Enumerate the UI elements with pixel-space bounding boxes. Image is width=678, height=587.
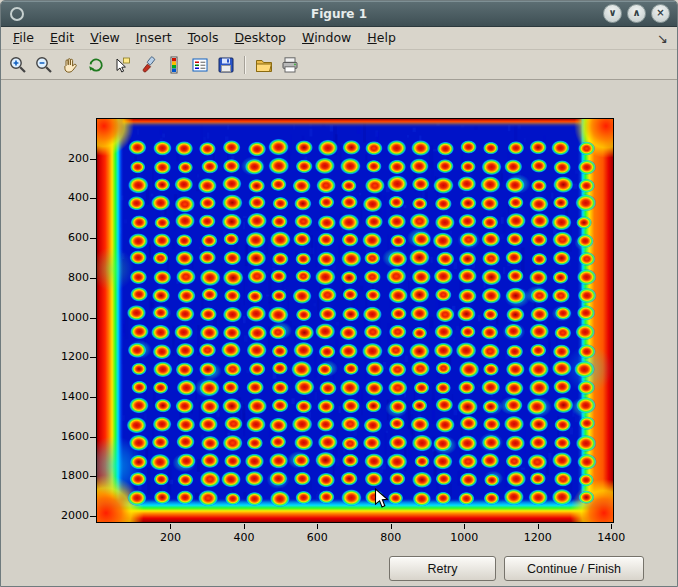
menu-tools[interactable]: Tools (180, 28, 227, 48)
y-tick-label: 800 (41, 271, 89, 284)
zoom-in-icon (8, 55, 28, 75)
print-button[interactable] (278, 53, 302, 77)
menubar: File Edit View Insert Tools Desktop Wind… (1, 27, 677, 50)
y-tick-mark (90, 278, 96, 279)
figure-window: Figure 1 ∨ ∧ × File Edit View Insert Too… (0, 0, 678, 587)
brush-icon (138, 55, 158, 75)
x-tick-mark (391, 524, 392, 529)
close-button[interactable]: × (651, 4, 670, 23)
rotate-3d-icon (86, 55, 106, 75)
x-tick-label: 600 (297, 531, 337, 544)
figure-area: Retry Continue / Finish 2004006008001000… (1, 80, 677, 586)
x-tick-label: 1400 (591, 531, 631, 544)
x-tick-mark (611, 524, 612, 529)
insert-legend-button[interactable] (188, 53, 212, 77)
open-button[interactable] (252, 53, 276, 77)
menu-help[interactable]: Help (359, 28, 404, 48)
pan-hand-icon (60, 55, 80, 75)
zoom-out-icon (34, 55, 54, 75)
x-tick-mark (244, 524, 245, 529)
x-tick-mark (317, 524, 318, 529)
window-controls: ∨ ∧ × (603, 4, 670, 23)
x-tick-mark (170, 524, 171, 529)
window-title: Figure 1 (1, 7, 677, 21)
save-button[interactable] (214, 53, 238, 77)
menu-window[interactable]: Window (294, 28, 359, 48)
y-tick-label: 1800 (41, 469, 89, 482)
x-tick-label: 400 (224, 531, 264, 544)
figure-toolbar (1, 50, 677, 80)
rotate-3d-button[interactable] (84, 53, 108, 77)
data-cursor-button[interactable] (110, 53, 134, 77)
insert-colorbar-button[interactable] (162, 53, 186, 77)
shade-button[interactable]: ∨ (603, 4, 622, 23)
y-tick-label: 1000 (41, 311, 89, 324)
legend-icon (190, 55, 210, 75)
y-tick-label: 1600 (41, 430, 89, 443)
toolbar-separator (244, 56, 246, 74)
y-tick-mark (90, 516, 96, 517)
brush-button[interactable] (136, 53, 160, 77)
data-cursor-icon (112, 55, 132, 75)
open-folder-icon (254, 55, 274, 75)
x-tick-label: 1000 (444, 531, 484, 544)
y-tick-label: 200 (41, 152, 89, 165)
y-tick-label: 2000 (41, 509, 89, 522)
zoom-out-button[interactable] (32, 53, 56, 77)
x-tick-mark (538, 524, 539, 529)
window-menu-icon[interactable] (10, 7, 24, 21)
y-tick-mark (90, 476, 96, 477)
y-tick-mark (90, 357, 96, 358)
y-tick-label: 600 (41, 231, 89, 244)
titlebar[interactable]: Figure 1 ∨ ∧ × (1, 1, 677, 27)
y-tick-mark (90, 198, 96, 199)
x-tick-label: 1200 (518, 531, 558, 544)
menu-desktop[interactable]: Desktop (226, 28, 294, 48)
y-tick-mark (90, 318, 96, 319)
y-tick-mark (90, 397, 96, 398)
y-tick-mark (90, 238, 96, 239)
y-tick-label: 1200 (41, 350, 89, 363)
maximize-button[interactable]: ∧ (627, 4, 646, 23)
y-tick-mark (90, 159, 96, 160)
x-tick-label: 200 (150, 531, 190, 544)
pan-button[interactable] (58, 53, 82, 77)
mouse-cursor (374, 488, 389, 510)
y-tick-label: 1400 (41, 390, 89, 403)
menu-edit[interactable]: Edit (42, 28, 82, 48)
save-floppy-icon (216, 55, 236, 75)
printer-icon (280, 55, 300, 75)
x-tick-label: 800 (371, 531, 411, 544)
x-tick-mark (464, 524, 465, 529)
dock-figure-icon[interactable]: ↘ (657, 31, 668, 46)
zoom-in-button[interactable] (6, 53, 30, 77)
figure-image[interactable] (96, 118, 614, 523)
retry-button[interactable]: Retry (389, 556, 496, 581)
menu-insert[interactable]: Insert (128, 28, 180, 48)
colorbar-icon (164, 55, 184, 75)
menu-view[interactable]: View (82, 28, 128, 48)
continue-finish-button[interactable]: Continue / Finish (504, 556, 644, 581)
menu-file[interactable]: File (5, 28, 42, 48)
y-tick-label: 400 (41, 191, 89, 204)
y-tick-mark (90, 437, 96, 438)
